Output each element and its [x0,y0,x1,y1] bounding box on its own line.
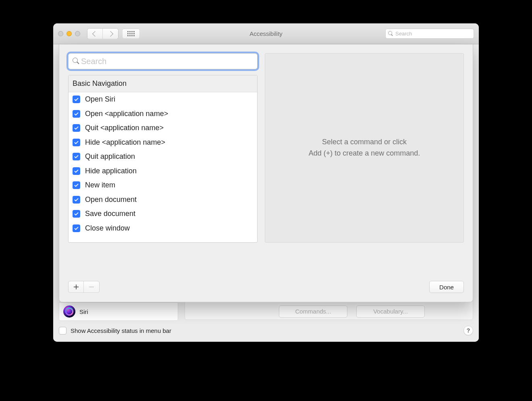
minus-icon [88,284,95,290]
detail-panel: Select a command or click Add (+) to cre… [265,53,464,243]
command-label: Quit application [85,152,135,161]
close-window-dot[interactable] [58,31,63,36]
command-checkbox[interactable] [73,224,80,232]
check-icon [74,125,79,131]
command-label: Save document [85,210,135,218]
sidebar-item-siri[interactable]: Siri [59,302,178,321]
toolbar-search-input[interactable] [395,31,471,37]
command-row[interactable]: Quit application [69,150,257,164]
sheet-search-input[interactable] [81,57,253,66]
command-list[interactable]: Basic Navigation Open SiriOpen <applicat… [68,75,258,243]
chevron-right-icon [108,31,113,36]
back-button[interactable] [87,29,103,39]
command-row[interactable]: Quit <application name> [69,121,257,135]
status-row: Show Accessibility status in menu bar ? [59,326,473,335]
remove-command-button[interactable] [84,281,99,293]
status-checkbox[interactable] [59,327,66,335]
window-controls [58,31,80,36]
command-group-header: Basic Navigation [69,75,257,92]
command-label: Open Siri [85,95,115,104]
check-icon [74,140,79,145]
command-label: New item [85,181,115,189]
command-checkbox[interactable] [73,96,80,103]
add-remove-segment [68,281,100,293]
command-checkbox[interactable] [73,110,80,118]
command-checkbox[interactable] [73,139,80,146]
command-row[interactable]: Close window [69,221,257,236]
status-checkbox-label: Show Accessibility status in menu bar [71,327,171,334]
grid-icon [127,31,135,36]
siri-icon [63,305,75,318]
sheet-footer: Done [68,281,464,293]
command-checkbox[interactable] [73,181,80,189]
sheet-search[interactable] [68,53,258,69]
minimize-window-dot[interactable] [66,31,72,36]
command-row[interactable]: Open document [69,193,257,207]
chevron-left-icon [92,31,98,36]
command-checkbox[interactable] [73,124,80,132]
command-row[interactable]: Hide application [69,164,257,179]
toolbar-search[interactable] [385,29,474,39]
command-label: Open <application name> [85,110,168,118]
check-icon [74,183,79,188]
accessibility-window: Accessibility Siri Commands... Vocabular… [53,23,479,342]
check-icon [74,226,79,231]
done-button[interactable]: Done [429,281,464,293]
command-checkbox[interactable] [73,196,80,204]
check-icon [74,197,79,202]
command-row[interactable]: Open Siri [69,92,257,107]
command-label: Quit <application name> [85,124,164,132]
sheet-left: Basic Navigation Open SiriOpen <applicat… [68,53,258,243]
check-icon [74,154,79,159]
command-row[interactable]: Save document [69,207,257,221]
search-icon [73,58,78,65]
detail-hint-line2: Add (+) to create a new command. [309,148,420,159]
command-label: Close window [85,224,130,233]
detail-hint-line1: Select a command or click [309,137,420,148]
command-label: Hide <application name> [85,138,165,147]
command-label: Hide application [85,167,137,175]
commands-sheet: Basic Navigation Open SiriOpen <applicat… [59,44,473,302]
forward-button[interactable] [103,29,118,39]
command-label: Open document [85,195,137,204]
titlebar: Accessibility [53,23,479,44]
show-all-button[interactable] [122,29,140,39]
add-command-button[interactable] [69,281,84,293]
zoom-window-dot[interactable] [75,31,80,36]
commands-button-bg[interactable]: Commands... [279,305,347,318]
search-icon [388,31,393,36]
command-checkbox[interactable] [73,210,80,218]
command-row[interactable]: Open <application name> [69,107,257,121]
vocabulary-button-bg[interactable]: Vocabulary... [356,305,425,318]
command-checkbox[interactable] [73,167,80,175]
command-row[interactable]: Hide <application name> [69,135,257,150]
check-icon [74,211,79,216]
check-icon [74,97,79,102]
nav-segmented [87,29,118,39]
command-row[interactable]: New item [69,178,257,193]
check-icon [74,111,79,116]
sidebar-item-label: Siri [79,308,88,315]
command-checkbox[interactable] [73,153,80,160]
check-icon [74,168,79,174]
help-button[interactable]: ? [463,326,473,335]
plus-icon [73,284,79,290]
bg-buttons: Commands... Vocabulary... [279,305,425,318]
